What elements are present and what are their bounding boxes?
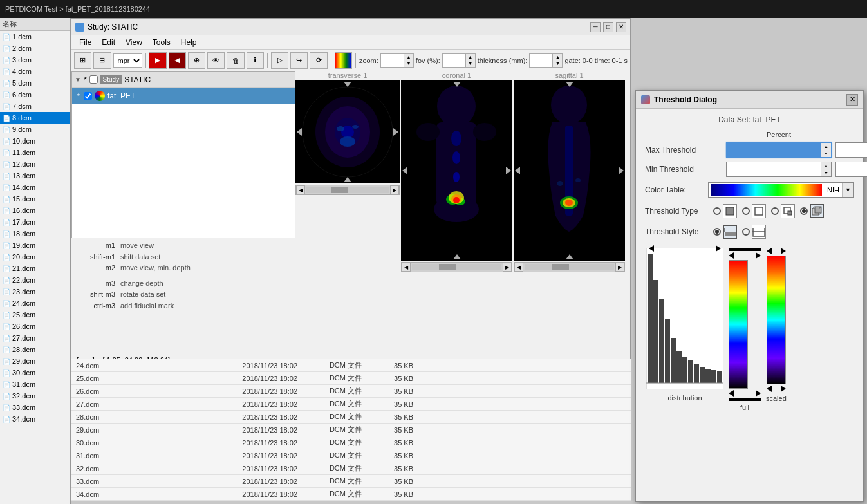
zoom-up[interactable]: ▲	[404, 54, 413, 61]
fov-down[interactable]: ▼	[466, 61, 475, 67]
file-item-19dcm[interactable]: 📄19.dcm	[0, 239, 70, 251]
fov-spinbox[interactable]: 100 ▲▼	[442, 53, 476, 68]
file-item-13dcm[interactable]: 📄13.dcm	[0, 170, 70, 182]
min-percent-input[interactable]: 0.0	[727, 162, 821, 176]
file-item-7dcm[interactable]: 📄7.dcm	[0, 100, 70, 112]
file-item-29dcm[interactable]: 📄29.dcm	[0, 355, 70, 367]
thickness-input[interactable]: 0.39	[529, 53, 552, 68]
file-item-22dcm[interactable]: 📄22.dcm	[0, 274, 70, 286]
eye-button[interactable]: 👁	[207, 52, 225, 69]
threshold-type-option-1[interactable]	[713, 204, 737, 218]
file-item-2dcm[interactable]: 📄2.dcm	[0, 42, 70, 54]
study-expand-icon[interactable]: ▼	[75, 76, 81, 83]
bottom-file-row[interactable]: 27.dcm 2018/11/23 18:02 DCM 文件 35 KB	[71, 398, 631, 411]
min-absolute-input[interactable]: 0	[836, 162, 867, 176]
bottom-file-row[interactable]: 29.dcm 2018/11/23 18:02 DCM 文件 35 KB	[71, 424, 631, 436]
file-item-9dcm[interactable]: 📄9.dcm	[0, 124, 70, 135]
play-alt-button[interactable]: ↪	[290, 52, 308, 69]
bottom-handle-bar[interactable]	[729, 398, 761, 401]
scaled-bottom-right[interactable]	[781, 386, 786, 392]
sagittal-scroll-right[interactable]: ▶	[615, 263, 624, 272]
file-item-16dcm[interactable]: 📄16.dcm	[0, 205, 70, 216]
delete-button[interactable]: 🗑	[227, 52, 244, 69]
bottom-handle-arrows[interactable]	[729, 390, 761, 397]
radio-2[interactable]	[742, 207, 750, 215]
color-button[interactable]: ​	[335, 52, 352, 69]
nav-button-1[interactable]: ▶	[149, 52, 166, 69]
threshold-type-icon-1[interactable]	[723, 204, 737, 218]
file-item-5dcm[interactable]: 📄5.dcm	[0, 77, 70, 89]
maximize-button[interactable]: □	[603, 22, 613, 32]
bottom-arrow-left[interactable]	[729, 390, 734, 397]
bottom-file-row[interactable]: 30.dcm 2018/11/23 18:02 DCM 文件 35 KB	[71, 436, 631, 449]
info-button[interactable]: ℹ	[247, 52, 264, 69]
close-button[interactable]: ✕	[616, 22, 626, 32]
min-absolute-spinbox[interactable]: 0 ▲ ▼	[835, 162, 867, 177]
color-table-select[interactable]: NIH ▼	[708, 182, 854, 198]
sagittal-scroll-left[interactable]: ◀	[514, 263, 523, 272]
fov-up[interactable]: ▲	[466, 54, 475, 61]
file-item-32dcm[interactable]: 📄32.dcm	[0, 390, 70, 402]
transverse-scroll-right[interactable]: ▶	[390, 185, 399, 194]
radio-1[interactable]	[713, 207, 721, 215]
layout-alt-button[interactable]: ⊟	[93, 52, 111, 69]
max-percent-down[interactable]: ▼	[821, 150, 831, 157]
file-item-34dcm[interactable]: 📄34.dcm	[0, 413, 70, 425]
threshold-type-option-2[interactable]	[742, 204, 766, 218]
scaled-top-left[interactable]	[767, 248, 772, 254]
file-item-23dcm[interactable]: 📄23.dcm	[0, 286, 70, 297]
threshold-type-option-3[interactable]	[771, 204, 795, 218]
bottom-file-row[interactable]: 32.dcm 2018/11/23 18:02 DCM 文件 35 KB	[71, 462, 631, 475]
zoom-down[interactable]: ▼	[404, 61, 413, 67]
max-percent-spinbox[interactable]: 100.0 ▲ ▼	[726, 142, 832, 158]
dist-top-handle[interactable]	[649, 245, 721, 252]
minimize-button[interactable]: ─	[590, 22, 601, 32]
study-expand-icon2[interactable]: *	[84, 75, 87, 84]
file-item-21dcm[interactable]: 📄21.dcm	[0, 263, 70, 274]
coronal-hscroll[interactable]: ◀ ▶	[401, 262, 512, 272]
file-item-10dcm[interactable]: 📄10.dcm	[0, 135, 70, 147]
style-option-1[interactable]	[713, 225, 737, 239]
dist-handle-arrow-left[interactable]	[649, 245, 654, 252]
top-arrow-left[interactable]	[729, 252, 734, 259]
file-item-11dcm[interactable]: 📄11.dcm	[0, 147, 70, 158]
zoom-input[interactable]: 1	[380, 53, 404, 68]
top-handle-bar[interactable]	[729, 248, 761, 251]
coronal-scroll-left[interactable]: ◀	[402, 263, 411, 272]
threshold-type-option-4[interactable]	[800, 204, 824, 218]
zoom-spinbox[interactable]: 1 ▲▼	[380, 53, 414, 68]
top-arrow-right[interactable]	[756, 252, 761, 259]
threshold-type-icon-2[interactable]	[752, 204, 766, 218]
file-item-12dcm[interactable]: 📄12.dcm	[0, 158, 70, 170]
menu-view[interactable]: View	[120, 37, 147, 48]
file-item-20dcm[interactable]: 📄20.dcm	[0, 251, 70, 263]
style-icon-1[interactable]	[723, 225, 737, 239]
crosshair-button[interactable]: ⊕	[188, 52, 205, 69]
menu-help[interactable]: Help	[176, 37, 202, 48]
scaled-bottom-left[interactable]	[767, 386, 772, 392]
file-item-28dcm[interactable]: 📄28.dcm	[0, 344, 70, 355]
min-percent-down[interactable]: ▼	[821, 169, 831, 176]
stop-button[interactable]: ⟳	[310, 52, 327, 69]
layout-grid-button[interactable]: ⊞	[74, 52, 91, 69]
full-color-gradient[interactable]	[729, 260, 748, 389]
style-radio-2[interactable]	[742, 228, 750, 236]
menu-tools[interactable]: Tools	[147, 37, 176, 48]
min-percent-up[interactable]: ▲	[821, 162, 831, 169]
nav-button-2[interactable]: ◀	[169, 52, 186, 69]
bottom-file-row[interactable]: 33.dcm 2018/11/23 18:02 DCM 文件 35 KB	[71, 475, 631, 488]
max-absolute-input[interactable]: 14.5306	[836, 143, 867, 157]
mpr-select[interactable]: mpr	[113, 53, 142, 68]
file-item-1dcm[interactable]: 📄1.dcm	[0, 31, 70, 42]
coronal-canvas[interactable]	[401, 80, 512, 261]
bottom-file-row[interactable]: 34.dcm 2018/11/23 18:02 DCM 文件 35 KB	[71, 488, 631, 501]
study-dataset-item[interactable]: * fat_PET	[72, 88, 295, 104]
dialog-close-button[interactable]: ✕	[846, 94, 858, 106]
file-item-24dcm[interactable]: 📄24.dcm	[0, 297, 70, 309]
sagittal-hscroll[interactable]: ◀ ▶	[514, 262, 625, 272]
dataset-checkbox[interactable]	[84, 92, 92, 100]
sagittal-canvas[interactable]	[514, 80, 625, 261]
top-handle-arrows[interactable]	[729, 252, 761, 259]
menu-edit[interactable]: Edit	[97, 37, 120, 48]
bottom-file-row[interactable]: 31.dcm 2018/11/23 18:02 DCM 文件 35 KB	[71, 449, 631, 462]
